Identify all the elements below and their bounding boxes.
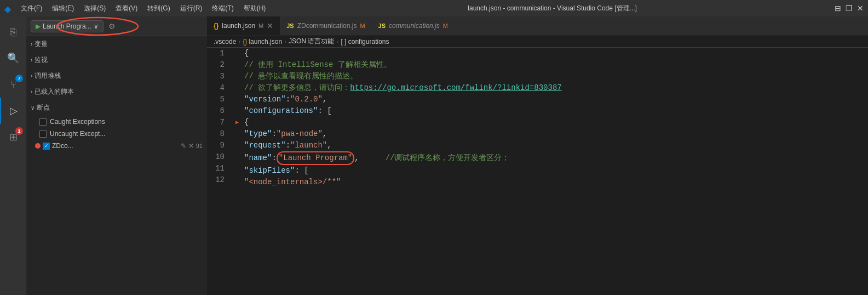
tab-communication-label: communication.js	[389, 22, 440, 30]
breakpoint-uncaught-exceptions: Uncaught Except...	[26, 128, 207, 140]
menu-item-h[interactable]: 帮助(H)	[239, 3, 271, 14]
chevron-right-icon: ›	[31, 41, 32, 47]
uncaught-exceptions-checkbox[interactable]	[39, 131, 47, 138]
code-content: { // 使用 IntelliSense 了解相关属性。 // 悬停以查看现有属…	[231, 48, 868, 295]
tab-launch-json[interactable]: {} launch.json M ✕	[207, 16, 280, 35]
remove-icon[interactable]: ✕	[188, 142, 194, 150]
variables-label: 变量	[35, 39, 48, 49]
sidebar-section-loaded-scripts: › 已载入的脚本	[26, 84, 207, 100]
code-line-8: "type": "pwa-node",	[235, 128, 864, 140]
js-icon2: JS	[378, 22, 386, 29]
play-icon: ▶	[36, 22, 41, 30]
code-line-9: "request": "launch",	[235, 140, 864, 151]
tab-communication[interactable]: JS communication.js M	[372, 16, 455, 35]
code-line-4: // 欲了解更多信息，请访问： https://go.microsoft.com…	[235, 82, 864, 94]
titlebar-menu: 文件(F)编辑(E)选择(S)查看(V)转到(G)运行(R)终端(T)帮助(H)	[16, 3, 270, 14]
minimize-icon[interactable]: ⊟	[835, 4, 841, 13]
code-editor: 1 2 3 4 5 6 7 8 9 10 11 12 {	[207, 48, 868, 295]
code-line-5: "version": "0.2.0",	[235, 94, 864, 105]
activity-bar: ⎘ 🔍 ⑂ 7 ▷ ⊞ 1	[0, 16, 26, 295]
dropdown-icon: ∨	[94, 22, 99, 30]
code-line-11: "skipFiles": [	[235, 165, 864, 177]
tab-zdcommunication[interactable]: JS ZDcommunication.js M	[280, 16, 371, 35]
tabs-bar: {} launch.json M ✕ JS ZDcommunication.js…	[207, 16, 868, 36]
json-icon: {}	[214, 22, 219, 30]
tab-modified-indicator3: M	[443, 22, 448, 29]
uncaught-exceptions-label: Uncaught Except...	[50, 130, 105, 138]
section-header-watch[interactable]: › 监视	[26, 52, 207, 68]
sidebar: ▶ Launch Progra... ∨ ⚙ › 变量 › 监视	[26, 16, 207, 295]
code-line-3: // 悬停以查看现有属性的描述。	[235, 71, 864, 82]
extensions-badge: 1	[15, 127, 23, 135]
zdco-checkbox[interactable]: ✓	[43, 143, 50, 150]
app-icon: ◆	[4, 4, 13, 13]
menu-item-f[interactable]: 文件(F)	[16, 3, 47, 14]
debug-config-name: Launch Progra...	[43, 22, 91, 30]
breakpoint-dot	[35, 143, 41, 149]
breadcrumb: .vscode › {} launch.json › JSON 语言功能 › […	[207, 36, 868, 48]
menu-item-e[interactable]: 编辑(E)	[48, 3, 78, 14]
titlebar: ◆ 文件(F)编辑(E)选择(S)查看(V)转到(G)运行(R)终端(T)帮助(…	[0, 0, 868, 16]
close-icon[interactable]: ✕	[857, 4, 864, 13]
code-line-7: {	[235, 117, 864, 128]
titlebar-title: launch.json - communication - Visual Stu…	[270, 4, 835, 13]
code-line-2: // 使用 IntelliSense 了解相关属性。	[235, 59, 864, 71]
breadcrumb-sep1: ›	[238, 38, 240, 46]
line-numbers: 1 2 3 4 5 6 7 8 9 10 11 12	[207, 48, 231, 295]
menu-item-r[interactable]: 运行(R)	[176, 3, 207, 14]
callstack-label: 调用堆栈	[35, 71, 61, 81]
run-debug-icon: ▷	[10, 105, 18, 117]
breadcrumb-sep2: ›	[284, 38, 286, 46]
breadcrumb-sep3: ›	[336, 38, 338, 46]
caught-exceptions-checkbox[interactable]	[39, 118, 47, 126]
source-control-icon: ⑂	[10, 79, 16, 90]
debug-toolbar: ▶ Launch Progra... ∨ ⚙	[26, 16, 207, 36]
section-header-callstack[interactable]: › 调用堆栈	[26, 68, 207, 84]
chevron-right-icon: ›	[31, 73, 32, 79]
edit-icon[interactable]: ✎	[181, 142, 186, 150]
sidebar-section-breakpoints: ∨ 断点 Caught Exceptions Uncaught Except..…	[26, 100, 207, 152]
code-line-12: "<node_internals>/**"	[235, 177, 864, 188]
gear-icon: ⚙	[108, 22, 116, 31]
debug-gear-button[interactable]: ⚙	[107, 21, 118, 32]
maximize-icon[interactable]: ❐	[846, 4, 853, 13]
bp-actions: ✎ ✕	[181, 142, 194, 150]
zdco-name: ZDco...	[52, 142, 179, 150]
breadcrumb-json-lang: JSON 语言功能	[289, 37, 334, 46]
section-header-breakpoints[interactable]: ∨ 断点	[26, 100, 207, 116]
source-control-badge: 7	[15, 75, 23, 82]
section-header-loaded-scripts[interactable]: › 已载入的脚本	[26, 84, 207, 100]
tab-close-icon[interactable]: ✕	[267, 22, 273, 30]
menu-item-g[interactable]: 转到(G)	[143, 3, 174, 14]
sidebar-section-variables: › 变量	[26, 36, 207, 52]
activity-item-explorer[interactable]: ⎘	[0, 19, 26, 45]
bp-line-number: 91	[196, 143, 203, 149]
search-icon: 🔍	[7, 52, 19, 64]
activity-item-search[interactable]: 🔍	[0, 45, 26, 71]
tab-modified-indicator2: M	[360, 22, 365, 29]
chevron-right-icon: ›	[31, 89, 32, 95]
breakpoint-zdco: ✓ ZDco... ✎ ✕ 91	[26, 140, 207, 152]
content-area: {} launch.json M ✕ JS ZDcommunication.js…	[207, 16, 868, 295]
activity-item-extensions[interactable]: ⊞ 1	[0, 124, 26, 150]
activity-item-source-control[interactable]: ⑂ 7	[0, 71, 26, 98]
chevron-down-icon: ∨	[31, 105, 35, 111]
js-icon: JS	[286, 22, 294, 29]
breakpoint-caught-exceptions: Caught Exceptions	[26, 116, 207, 128]
window-controls[interactable]: ⊟ ❐ ✕	[835, 4, 864, 13]
loaded-scripts-label: 已载入的脚本	[35, 87, 74, 97]
section-header-variables[interactable]: › 变量	[26, 36, 207, 52]
watch-label: 监视	[35, 55, 48, 65]
tab-modified-indicator: M	[258, 22, 263, 29]
breadcrumb-launch-json: {} launch.json	[243, 38, 282, 46]
menu-item-v[interactable]: 查看(V)	[111, 3, 142, 14]
caught-exceptions-label: Caught Exceptions	[50, 118, 105, 126]
menu-item-t[interactable]: 终端(T)	[208, 3, 238, 14]
menu-item-s[interactable]: 选择(S)	[79, 3, 110, 14]
debug-run-button[interactable]: ▶ Launch Progra... ∨	[31, 20, 104, 32]
code-line-10: "name": "Launch Program", //调试程序名称，方便开发者…	[235, 151, 864, 165]
chevron-right-icon: ›	[31, 57, 32, 63]
tab-zdcommunication-label: ZDcommunication.js	[297, 22, 357, 30]
breadcrumb-vscode: .vscode	[214, 38, 236, 46]
activity-item-debug[interactable]: ▷	[0, 98, 26, 124]
